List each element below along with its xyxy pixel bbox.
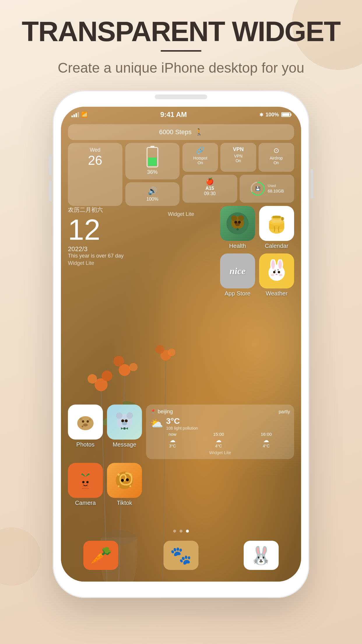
- volume-down-button[interactable]: [49, 181, 52, 201]
- weather-temp: 3°C: [166, 416, 198, 426]
- hotspot-toggle[interactable]: 🔗 Hotspot On: [182, 143, 218, 172]
- svg-point-49: [77, 416, 94, 430]
- left-controls: Wed 26 36% 🔊: [68, 143, 180, 209]
- svg-point-64: [123, 427, 126, 430]
- health-app[interactable]: Health: [220, 206, 255, 249]
- camera-label: Camera: [75, 500, 96, 506]
- bottom-spiral-app[interactable]: 🐾: [164, 541, 198, 570]
- volume-icon: 🔊: [148, 186, 157, 195]
- airdrop-icon: ⊙: [260, 146, 292, 155]
- volume-percent: 100%: [146, 197, 158, 202]
- message-label: Message: [113, 441, 136, 448]
- bottom-carrot-icon: 🥕: [83, 541, 118, 570]
- power-button[interactable]: [310, 169, 313, 198]
- vpn-toggle[interactable]: VPN VPN On: [220, 143, 256, 172]
- camera-app-icon: [68, 463, 103, 498]
- battery-volume-col: 36% 🔊 100%: [125, 143, 180, 206]
- battery-icon: [281, 112, 291, 117]
- page-dot-3-active[interactable]: [186, 530, 189, 533]
- bottom-bunny-icon: 🐰: [244, 541, 279, 570]
- message-app[interactable]: Message: [107, 405, 142, 448]
- bottom-carrot-app[interactable]: 🥕: [83, 541, 118, 570]
- quick-toggles: 🔗 Hotspot On VPN VPN On ⊙ Airdrop O: [182, 143, 294, 172]
- svg-point-39: [271, 260, 275, 269]
- airdrop-status: On: [260, 160, 292, 165]
- date-widget[interactable]: Wed 26: [68, 143, 122, 206]
- svg-point-69: [121, 479, 124, 482]
- svg-point-51: [87, 420, 89, 423]
- weather-cloud-icon: ⛅: [150, 417, 163, 430]
- chip-time: 09:30: [185, 191, 234, 196]
- svg-point-53: [80, 418, 82, 421]
- status-right: ✱ 100%: [259, 112, 291, 118]
- svg-point-24: [235, 223, 240, 226]
- airdrop-toggle[interactable]: ⊙ Airdrop On: [259, 143, 294, 172]
- svg-point-54: [89, 419, 91, 421]
- day-number: 26: [72, 153, 118, 168]
- weather-app[interactable]: Weather: [259, 253, 294, 297]
- svg-point-40: [278, 260, 282, 269]
- volume-widget[interactable]: 🔊 100%: [125, 182, 180, 206]
- right-controls: 🔗 Hotspot On VPN VPN On ⊙ Airdrop O: [182, 143, 294, 209]
- app-row-1: Health: [220, 206, 294, 249]
- forecast-1600-time: 16:00: [261, 432, 272, 437]
- svg-point-43: [276, 274, 277, 275]
- svg-point-46: [275, 270, 276, 271]
- svg-text:💾: 💾: [255, 186, 260, 191]
- forecast-1600: 16:00 ☁ 4°C: [261, 432, 272, 448]
- bottom-spiral-icon: 🐾: [164, 541, 198, 570]
- big-date-number: 12: [68, 215, 124, 244]
- weather-widget[interactable]: 📍 beijing partly ⛅ 3°C 108 light polluti…: [146, 405, 294, 459]
- calendar-app[interactable]: Calendar: [259, 206, 294, 249]
- svg-point-66: [82, 481, 85, 483]
- tiktok-app-icon: [107, 463, 142, 498]
- apple-icon: 🍎: [185, 178, 234, 185]
- weather-forecast: now ☁ 3°C 15:00 ☁ 4°C 16:00 ☁ 4°C: [150, 432, 290, 448]
- health-label: Health: [229, 243, 246, 249]
- camera-app[interactable]: Camera: [68, 463, 103, 506]
- bottom-bunny-app[interactable]: 🐰: [244, 541, 279, 570]
- bottom-apps-row2: Camera: [68, 463, 142, 506]
- status-left: 📶: [71, 111, 88, 118]
- airdrop-label: Airdrop: [260, 156, 292, 160]
- page-dot-2[interactable]: [180, 530, 182, 533]
- page-dots: [61, 530, 301, 533]
- weather-label: Weather: [266, 290, 287, 297]
- photos-app-icon: [68, 405, 103, 440]
- forecast-1600-temp: 4°C: [261, 444, 272, 448]
- storage-info: Used 68.10GB: [268, 183, 284, 194]
- svg-point-52: [83, 424, 88, 426]
- svg-rect-35: [281, 217, 284, 220]
- forecast-1500-temp: 4°C: [213, 444, 224, 448]
- hotspot-label: Hotspot: [184, 156, 216, 160]
- tiktok-app[interactable]: Tiktok: [107, 463, 142, 506]
- widget-lite-label2: Widget Lite: [68, 260, 124, 266]
- chip-storage-row: 🍎 A15 09:30 💾 Used: [182, 175, 294, 202]
- photos-app[interactable]: Photos: [68, 405, 103, 448]
- chip-widget[interactable]: 🍎 A15 09:30: [182, 175, 237, 202]
- page-dot-1[interactable]: [173, 530, 176, 533]
- battery-widget[interactable]: 36%: [125, 143, 180, 179]
- phone-frame: 📶 9:41 AM ✱ 100% 6000 Steps 🚶: [53, 90, 309, 598]
- weather-condition: partly: [175, 409, 290, 414]
- date-large-widget[interactable]: 农历二月初六 12 2022/3 This year is over 67 da…: [68, 206, 124, 266]
- svg-point-73: [129, 485, 131, 487]
- svg-rect-33: [273, 216, 281, 218]
- weather-main: ⛅ 3°C 108 light pollution: [150, 416, 290, 430]
- hotspot-icon: 🔗: [184, 146, 216, 155]
- status-time: 9:41 AM: [88, 111, 259, 119]
- storage-widget[interactable]: 💾 Used 68.10GB: [240, 175, 294, 202]
- svg-point-61: [122, 422, 127, 425]
- svg-point-21: [238, 215, 244, 221]
- steps-widget[interactable]: 6000 Steps 🚶: [68, 124, 294, 140]
- app-icons-right: Health: [220, 206, 294, 297]
- battery-visual: [147, 147, 158, 167]
- photos-label: Photos: [76, 441, 94, 448]
- svg-point-45: [279, 274, 282, 276]
- forecast-1500-time: 15:00: [213, 432, 224, 437]
- svg-point-67: [86, 481, 89, 483]
- forecast-now-time: now: [168, 432, 177, 437]
- nice-app[interactable]: nice App Store: [220, 253, 255, 297]
- signal-icon: [71, 112, 79, 117]
- volume-up-button[interactable]: [49, 155, 52, 175]
